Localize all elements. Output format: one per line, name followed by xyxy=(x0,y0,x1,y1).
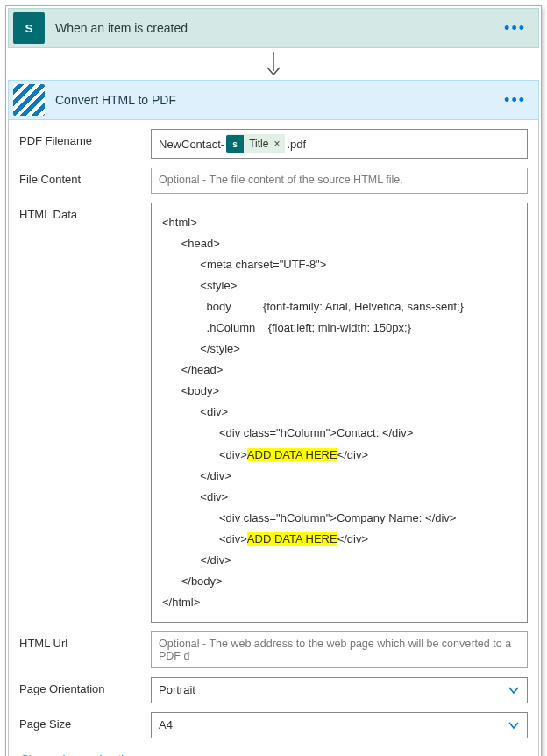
action-card-body: PDF Filename NewContact- s Title × .pdf … xyxy=(8,120,539,756)
filename-suffix-text: .pdf xyxy=(287,138,306,151)
action-menu-button[interactable]: ••• xyxy=(499,91,531,110)
row-page-orientation: Page Orientation Portrait xyxy=(19,677,528,703)
select-value: Portrait xyxy=(159,683,195,696)
chevron-down-icon xyxy=(508,719,520,731)
dynamic-token-title[interactable]: s Title × xyxy=(226,134,285,153)
sharepoint-icon: s xyxy=(226,135,244,153)
select-page-orientation[interactable]: Portrait xyxy=(151,677,528,703)
highlight-placeholder: ADD DATA HERE xyxy=(247,448,337,461)
input-pdf-filename[interactable]: NewContact- s Title × .pdf xyxy=(151,129,528,159)
input-html-data[interactable]: <html> <head> <meta charset="UTF-8"> <st… xyxy=(151,203,528,623)
select-value: A4 xyxy=(159,718,173,731)
encodian-icon xyxy=(13,84,45,116)
arrow-down-icon xyxy=(264,52,283,78)
action-title: Convert HTML to PDF xyxy=(55,93,499,107)
select-page-size[interactable]: A4 xyxy=(151,712,528,738)
row-html-data: HTML Data <html> <head> <meta charset="U… xyxy=(19,203,528,623)
row-html-url: HTML Url Optional - The web address to t… xyxy=(19,631,528,668)
show-advanced-options-link[interactable]: Show advanced options xyxy=(19,747,161,756)
sharepoint-icon-letter: S xyxy=(25,22,33,35)
label-page-size: Page Size xyxy=(19,712,151,731)
filename-prefix-text: NewContact- xyxy=(159,138,224,151)
trigger-title: When an item is created xyxy=(55,21,499,35)
trigger-menu-button[interactable]: ••• xyxy=(499,19,531,38)
connector-arrow xyxy=(8,48,539,80)
label-pdf-filename: PDF Filename xyxy=(19,129,151,147)
input-html-url[interactable]: Optional - The web address to the web pa… xyxy=(151,631,528,668)
action-card-header[interactable]: Convert HTML to PDF ••• xyxy=(8,80,539,120)
row-file-content: File Content Optional - The file content… xyxy=(19,168,528,194)
label-file-content: File Content xyxy=(19,168,151,186)
input-file-content[interactable]: Optional - The file content of the sourc… xyxy=(151,168,528,194)
row-page-size: Page Size A4 xyxy=(19,712,528,738)
sharepoint-icon: S xyxy=(13,12,45,44)
flow-designer: S When an item is created ••• Convert HT… xyxy=(5,5,542,756)
token-remove-icon[interactable]: × xyxy=(274,138,280,150)
trigger-card[interactable]: S When an item is created ••• xyxy=(8,8,539,48)
token-label: Title xyxy=(249,138,268,150)
highlight-placeholder: ADD DATA HERE xyxy=(247,532,337,546)
chevron-down-icon xyxy=(508,684,520,696)
advanced-link-text: Show advanced options xyxy=(21,752,142,756)
label-page-orientation: Page Orientation xyxy=(19,677,151,695)
label-html-data: HTML Data xyxy=(19,203,151,221)
row-pdf-filename: PDF Filename NewContact- s Title × .pdf xyxy=(19,129,528,159)
label-html-url: HTML Url xyxy=(19,631,151,650)
